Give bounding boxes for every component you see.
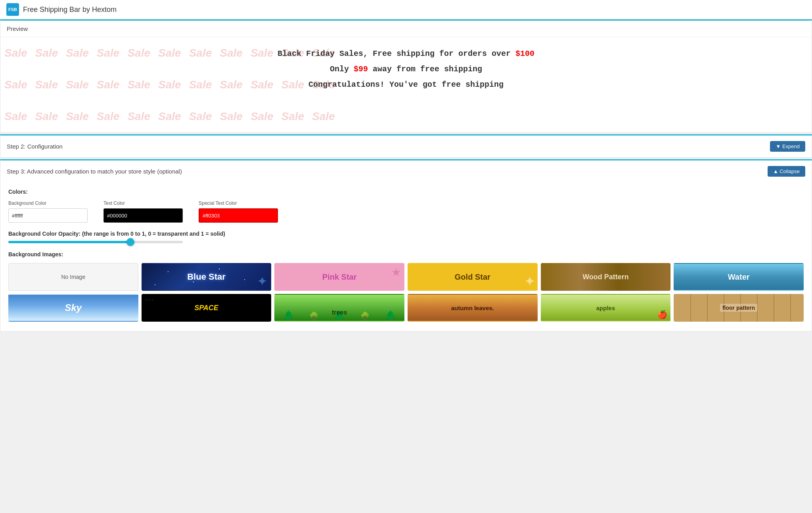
bg-image-water-label: Water: [728, 273, 750, 282]
bg-image-sky[interactable]: Sky: [8, 294, 138, 322]
bg-color-input[interactable]: [8, 208, 88, 223]
step2-header: Step 2: Configuration ▼ Expend: [0, 135, 812, 157]
bg-image-wood-pattern[interactable]: Wood Pattern: [541, 263, 671, 291]
bg-image-blue-star-label: Blue Star: [187, 272, 226, 282]
preview-messages: Black Friday Sales, Free shipping for or…: [8, 45, 804, 93]
step2-title: Step 2: Configuration: [7, 143, 63, 150]
opacity-label: Background Color Opacity: (the range is …: [8, 231, 804, 237]
step3-content: Colors: Background Color Text Color Spec…: [0, 182, 812, 331]
bg-image-gold-star[interactable]: Gold Star ✦: [408, 263, 538, 291]
step3-header: Step 3: Advanced configuration to match …: [0, 160, 812, 182]
opacity-slider-track[interactable]: [8, 241, 183, 243]
preview-msg-1-highlight: $100: [515, 49, 534, 58]
preview-header: Preview: [0, 21, 812, 37]
preview-section: Preview SaleSaleSaleSaleSaleSaleSaleSale…: [0, 19, 812, 133]
bg-color-field: Background Color: [8, 200, 88, 223]
app-header: FSB Free Shipping Bar by Hextom: [0, 0, 812, 19]
bg-image-gold-star-label: Gold Star: [455, 273, 490, 282]
opacity-slider-fill: [8, 241, 130, 243]
bg-image-pink-star[interactable]: Pink Star ★: [274, 263, 404, 291]
bg-image-water[interactable]: Water: [674, 263, 804, 291]
bg-image-trees-label: trees: [332, 299, 347, 316]
bg-image-space[interactable]: SPACE · · · ·: [142, 294, 272, 322]
preview-msg-1: Black Friday Sales, Free shipping for or…: [278, 49, 534, 58]
bg-image-apples[interactable]: apples 🍎: [541, 294, 671, 322]
opacity-slider-wrapper: [8, 241, 804, 243]
step2-section: Step 2: Configuration ▼ Expend: [0, 134, 812, 158]
app-title: Free Shipping Bar by Hextom: [23, 6, 117, 14]
preview-content: SaleSaleSaleSaleSaleSaleSaleSaleSaleSale…: [0, 37, 812, 132]
bg-image-pink-star-label: Pink Star: [322, 273, 357, 282]
bg-image-no-image-label: No Image: [61, 274, 85, 280]
bg-image-autumn-leaves-label: autumn leaves.: [451, 305, 494, 311]
bg-color-label: Background Color: [8, 200, 88, 206]
special-text-color-field: Special Text Color: [199, 200, 278, 223]
text-color-input[interactable]: [103, 208, 183, 223]
bg-image-trees[interactable]: trees 🌲 🌳 🌲 🌳 🌲: [274, 294, 404, 322]
bg-image-blue-star[interactable]: Blue Star ✦: [142, 263, 272, 291]
bg-images-grid: No Image Blue Star ✦ Pink Star ★ Gold St…: [8, 263, 804, 322]
bg-image-wood-pattern-label: Wood Pattern: [582, 273, 629, 281]
step3-section: Step 3: Advanced configuration to match …: [0, 159, 812, 332]
bg-image-autumn-leaves[interactable]: autumn leaves.: [408, 294, 538, 322]
bg-image-floor-pattern[interactable]: floor pattern: [674, 294, 804, 322]
preview-msg-3: Congratulations! You've got free shippin…: [308, 80, 504, 89]
bg-image-apples-label: apples: [596, 305, 615, 311]
text-color-label: Text Color: [103, 200, 183, 206]
colors-label: Colors:: [8, 189, 804, 195]
bg-image-space-label: SPACE: [194, 304, 218, 312]
step3-title: Step 3: Advanced configuration to match …: [7, 168, 182, 175]
app-logo: FSB: [6, 3, 19, 16]
text-color-field: Text Color: [103, 200, 183, 223]
special-text-color-input[interactable]: [199, 208, 278, 223]
preview-msg-2-highlight: $99: [354, 65, 368, 74]
special-text-color-label: Special Text Color: [199, 200, 278, 206]
step3-collapse-button[interactable]: ▲ Collapse: [768, 166, 805, 177]
bg-image-sky-label: Sky: [65, 302, 82, 313]
bg-image-no-image[interactable]: No Image: [8, 263, 138, 291]
bg-images-label: Background Images:: [8, 251, 804, 257]
preview-msg-2: Only $99 away from free shipping: [330, 65, 482, 74]
opacity-slider-thumb[interactable]: [126, 238, 134, 246]
bg-image-floor-pattern-label: floor pattern: [720, 304, 757, 312]
color-fields: Background Color Text Color Special Text…: [8, 200, 804, 223]
step2-expend-button[interactable]: ▼ Expend: [770, 141, 805, 152]
